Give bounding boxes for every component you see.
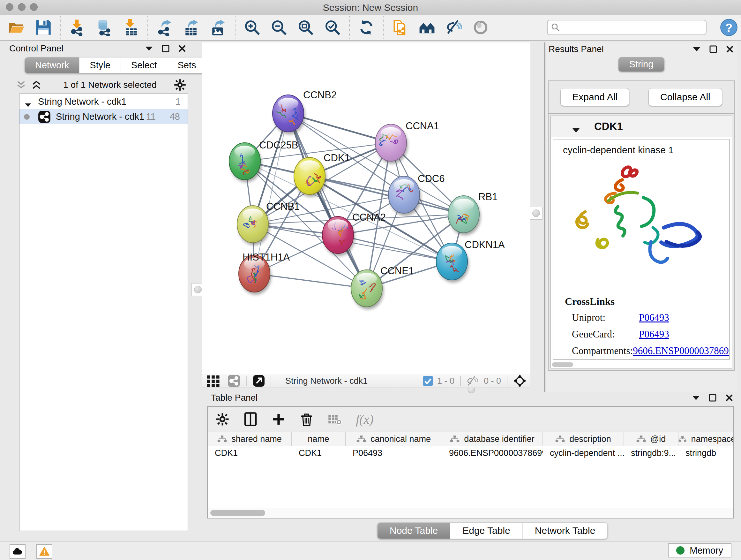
tab-select[interactable]: Select bbox=[121, 57, 167, 73]
selected-nodes-checkbox[interactable] bbox=[422, 375, 433, 386]
network-edge-CCNA2-CDKN1A[interactable] bbox=[338, 235, 452, 261]
gene-section-header[interactable]: CDK1 bbox=[551, 116, 732, 137]
network-node-CDKN1A[interactable] bbox=[436, 243, 469, 283]
open-session-button[interactable] bbox=[8, 19, 25, 36]
memory-button[interactable]: Memory bbox=[668, 543, 731, 557]
table-function-builder-button[interactable]: f(x) bbox=[356, 412, 374, 427]
export-network-button[interactable] bbox=[156, 19, 173, 36]
table-cell[interactable]: stringdb:9... bbox=[624, 446, 678, 460]
network-node-CCNE1[interactable] bbox=[351, 270, 384, 309]
column-header--id[interactable]: @id bbox=[624, 432, 678, 446]
results-panel: Results Panel String Expand AllCollapse … bbox=[544, 43, 737, 392]
table-cell[interactable]: 9606.ENSP00000378699 bbox=[442, 446, 543, 460]
cloud-button[interactable] bbox=[10, 544, 25, 559]
tab-style[interactable]: Style bbox=[79, 57, 120, 73]
column-header-database-identifier[interactable]: database identifier bbox=[442, 432, 543, 446]
tab-network[interactable]: Network bbox=[25, 57, 79, 73]
network-row[interactable]: String Network - cdk11148 bbox=[19, 109, 188, 124]
network-node-CDK1[interactable] bbox=[294, 158, 327, 197]
import-network-file-button[interactable] bbox=[69, 19, 85, 36]
column-header-namespace[interactable]: namespace bbox=[678, 432, 734, 446]
network-node-CCNA1[interactable] bbox=[375, 124, 408, 164]
birds-eye-view-button[interactable] bbox=[513, 374, 527, 388]
zoom-in-button[interactable] bbox=[244, 19, 260, 36]
collapse-all-networks-button[interactable] bbox=[16, 80, 26, 90]
column-header-shared-name[interactable]: shared name bbox=[208, 432, 292, 446]
expand-all-button[interactable]: Expand All bbox=[560, 88, 629, 106]
import-network-database-button[interactable] bbox=[96, 19, 112, 36]
network-edge-CCNB2-CCNE1[interactable] bbox=[288, 113, 367, 288]
table-delete-button[interactable] bbox=[300, 412, 314, 426]
table-table-clear-button[interactable] bbox=[328, 412, 342, 426]
table-columns-button[interactable] bbox=[244, 412, 258, 426]
crosslink-uniprot-link[interactable]: P06493 bbox=[639, 312, 669, 323]
tab-string[interactable]: String bbox=[618, 57, 664, 71]
show-grid-button[interactable] bbox=[206, 374, 220, 387]
results-panel-collapse-button[interactable] bbox=[692, 45, 701, 53]
import-table-button[interactable] bbox=[123, 19, 139, 36]
hide-graphics-button[interactable] bbox=[446, 19, 462, 36]
zoom-selected-button[interactable] bbox=[324, 19, 341, 36]
control-panel-float-button[interactable] bbox=[161, 44, 170, 53]
crosslink-genecard-link[interactable]: P06493 bbox=[639, 328, 669, 340]
warnings-button[interactable] bbox=[37, 544, 52, 559]
table-cell[interactable]: CDK1 bbox=[208, 446, 292, 460]
network-canvas[interactable]: CCNB2CCNA1CDC25BCDK1CDC6RB1CCNB1CCNA2CDK… bbox=[202, 43, 530, 374]
table-hscrollbar[interactable] bbox=[208, 508, 733, 518]
table-panel-collapse-button[interactable] bbox=[692, 394, 700, 402]
zoom-out-button[interactable] bbox=[271, 19, 287, 36]
tab-node-table[interactable]: Node Table bbox=[378, 523, 450, 539]
network-node-CCNB1[interactable] bbox=[237, 206, 270, 245]
string-network-badge[interactable] bbox=[227, 374, 241, 387]
table-panel-float-button[interactable] bbox=[709, 394, 717, 402]
results-hscrollbar-thumb[interactable] bbox=[552, 362, 573, 367]
collection-expand-icon[interactable] bbox=[24, 99, 31, 105]
column-header-description[interactable]: description bbox=[543, 432, 624, 446]
triangle-down-icon bbox=[572, 127, 580, 133]
export-table-button[interactable] bbox=[183, 19, 200, 36]
tab-sets[interactable]: Sets bbox=[167, 57, 206, 73]
table-add-button[interactable] bbox=[272, 412, 286, 426]
expand-all-networks-button[interactable] bbox=[31, 80, 42, 90]
tab-edge-table[interactable]: Edge Table bbox=[450, 523, 522, 539]
table-hscrollbar-thumb[interactable] bbox=[210, 510, 265, 516]
table-cell[interactable]: P06493 bbox=[346, 446, 442, 460]
clone-network-button[interactable] bbox=[392, 19, 408, 36]
results-panel-close-button[interactable] bbox=[726, 45, 734, 53]
table-clear-icon bbox=[328, 412, 342, 426]
gene-collapse-icon[interactable] bbox=[572, 124, 580, 129]
refresh-button[interactable] bbox=[358, 19, 375, 36]
table-cell[interactable]: cyclin-dependent ... bbox=[543, 446, 624, 460]
table-panel-close-button[interactable] bbox=[725, 394, 733, 402]
crosslink-compartments-link[interactable]: 9606.ENSP00000378699 bbox=[633, 345, 730, 357]
network-node-CDC6[interactable] bbox=[388, 176, 421, 216]
search-input[interactable] bbox=[547, 20, 706, 35]
results-panel-float-button[interactable] bbox=[709, 45, 718, 53]
help-button[interactable]: ? bbox=[720, 18, 738, 37]
control-panel-close-button[interactable] bbox=[178, 44, 186, 53]
open-in-new-window-button[interactable] bbox=[253, 375, 265, 387]
control-panel-collapse-button[interactable] bbox=[145, 44, 153, 53]
network-options-gear-button[interactable] bbox=[174, 78, 186, 91]
network-edge-CCNB2-HIST1H1A[interactable] bbox=[254, 113, 288, 273]
export-image-button[interactable] bbox=[210, 19, 226, 36]
show-graphics-button[interactable] bbox=[472, 19, 489, 36]
crosslinks-title: CrossLinks bbox=[565, 296, 729, 307]
column-header-canonical-name[interactable]: canonical name bbox=[346, 432, 442, 446]
warning-icon bbox=[39, 547, 50, 556]
network-node-RB1[interactable] bbox=[448, 196, 481, 235]
right-splitter-handle[interactable] bbox=[530, 207, 542, 220]
collapse-all-button[interactable]: Collapse All bbox=[649, 88, 722, 106]
houses-button[interactable] bbox=[419, 19, 435, 36]
network-collection-row[interactable]: String Network - cdk11 bbox=[19, 94, 188, 109]
save-session-button[interactable] bbox=[35, 19, 52, 36]
tab-network-table[interactable]: Network Table bbox=[522, 523, 608, 539]
network-node-CCNB2[interactable] bbox=[272, 95, 305, 134]
table-cell[interactable]: stringdb bbox=[678, 446, 734, 460]
network-graph[interactable]: CCNB2CCNA1CDC25BCDK1CDC6RB1CCNB1CCNA2CDK… bbox=[202, 43, 530, 374]
table-cell[interactable]: CDK1 bbox=[292, 446, 346, 460]
zoom-fit-button[interactable] bbox=[297, 19, 314, 36]
column-header-name[interactable]: name bbox=[292, 432, 346, 446]
network-node-CCNA2[interactable] bbox=[322, 216, 355, 256]
table-gear-button[interactable] bbox=[215, 412, 229, 426]
